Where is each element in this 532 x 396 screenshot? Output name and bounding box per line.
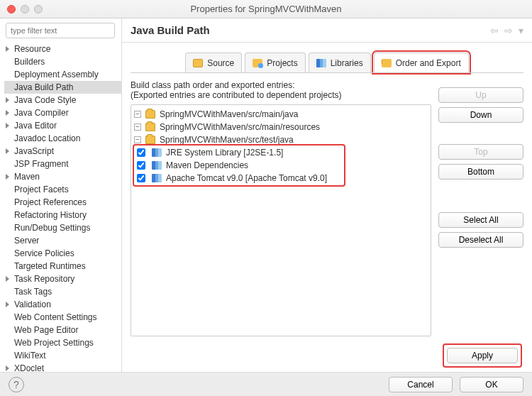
deselect-all-button[interactable]: Deselect All	[438, 232, 523, 248]
expand-icon[interactable]	[6, 46, 9, 52]
sidebar-item[interactable]: WikiText	[4, 349, 121, 362]
sidebar-item[interactable]: JavaScript	[4, 145, 121, 158]
entry-label: SpringMVCWithMaven/src/main/resources	[160, 122, 320, 132]
apply-button[interactable]: Apply	[447, 348, 518, 363]
export-checkbox[interactable]	[137, 161, 145, 170]
sidebar-item-label: Deployment Assembly	[14, 70, 99, 79]
sidebar-item[interactable]: Run/Debug Settings	[4, 221, 121, 234]
sidebar-item[interactable]: Java Code Style	[4, 94, 121, 106]
sidebar-item-label: Java Editor	[14, 121, 57, 131]
filter-input[interactable]	[6, 23, 115, 38]
sidebar-item[interactable]: Targeted Runtimes	[4, 260, 121, 273]
help-icon[interactable]: ?	[9, 377, 24, 392]
sidebar-item-label: Web Page Editor	[14, 325, 79, 335]
sidebar-item-label: Java Build Path	[14, 82, 73, 92]
sidebar-item[interactable]: Builders	[4, 55, 121, 68]
tab-label: Order and Export	[396, 58, 461, 68]
sidebar-item[interactable]: Task Tags	[4, 285, 121, 298]
export-checkbox[interactable]	[137, 148, 145, 157]
tab-label: Projects	[267, 58, 297, 68]
list-item[interactable]: Apache Tomcat v9.0 [Apache Tomcat v9.0]	[131, 172, 431, 185]
sidebar-item-label: Task Tags	[14, 287, 52, 297]
tab[interactable]: Source	[185, 53, 242, 72]
sidebar-item-label: Validation	[14, 299, 51, 309]
tab-label: Libraries	[331, 58, 363, 68]
sidebar-item-label: Maven	[14, 172, 40, 182]
list-item[interactable]: −SpringMVCWithMaven/src/main/java	[131, 108, 431, 121]
sidebar-item-label: Javadoc Location	[14, 133, 80, 143]
library-icon	[152, 174, 162, 182]
list-item[interactable]: JRE System Library [J2SE-1.5]	[131, 146, 431, 159]
entry-label: SpringMVCWithMaven/src/main/java	[160, 109, 298, 119]
collapse-icon[interactable]: −	[134, 123, 141, 131]
library-icon	[152, 148, 162, 157]
tab[interactable]: Libraries	[309, 53, 371, 72]
sidebar-item[interactable]: Service Policies	[4, 247, 121, 260]
sidebar-item[interactable]: Refactoring History	[4, 209, 121, 221]
collapse-icon[interactable]: −	[134, 111, 141, 118]
forward-icon[interactable]: ⇨	[504, 25, 513, 36]
sidebar-item-label: Task Repository	[14, 274, 74, 284]
ord-icon	[382, 59, 392, 67]
sidebar-item[interactable]: JSP Fragment	[4, 158, 121, 170]
sidebar-item[interactable]: Web Content Settings	[4, 311, 121, 324]
sidebar-item-label: Builders	[14, 57, 45, 67]
sidebar-item-label: Run/Debug Settings	[14, 223, 90, 233]
entry-label: JRE System Library [J2SE-1.5]	[166, 148, 283, 158]
expand-icon[interactable]	[6, 276, 9, 282]
tab[interactable]: Projects	[245, 53, 305, 72]
window-controls	[7, 5, 43, 13]
cancel-button[interactable]: Cancel	[389, 377, 453, 392]
list-item[interactable]: −SpringMVCWithMaven/src/test/java	[131, 133, 431, 146]
export-checkbox[interactable]	[137, 174, 145, 182]
dropdown-icon[interactable]: ▾	[519, 25, 523, 36]
footer: ? Cancel OK	[0, 372, 532, 396]
sidebar-item[interactable]: Task Repository	[4, 273, 121, 285]
sidebar-item[interactable]: Server	[4, 234, 121, 247]
sidebar-item[interactable]: Maven	[4, 170, 121, 183]
expand-icon[interactable]	[6, 110, 9, 116]
expand-icon[interactable]	[6, 365, 9, 371]
ok-button[interactable]: OK	[460, 377, 523, 392]
bottom-button[interactable]: Bottom	[438, 164, 523, 180]
list-item[interactable]: −SpringMVCWithMaven/src/main/resources	[131, 121, 431, 133]
expand-icon[interactable]	[6, 148, 9, 154]
sidebar-item[interactable]: Deployment Assembly	[4, 68, 121, 81]
sidebar-item[interactable]: Java Compiler	[4, 106, 121, 119]
header-nav-icons: ⇦ ⇨ ▾	[490, 25, 523, 36]
entry-label: Maven Dependencies	[166, 160, 248, 170]
description-line-2: (Exported entries are contributed to dep…	[131, 90, 431, 100]
entry-label: Apache Tomcat v9.0 [Apache Tomcat v9.0]	[166, 173, 327, 183]
sidebar-item[interactable]: XDoclet	[4, 362, 121, 372]
sidebar-item[interactable]: Project Facets	[4, 183, 121, 196]
entries-list[interactable]: −SpringMVCWithMaven/src/main/java−Spring…	[131, 104, 431, 336]
back-icon[interactable]: ⇦	[490, 25, 499, 36]
expand-icon[interactable]	[6, 97, 9, 103]
category-tree: ResourceBuildersDeployment AssemblyJava …	[4, 43, 121, 372]
sidebar-item[interactable]: Project References	[4, 196, 121, 209]
list-item[interactable]: Maven Dependencies	[131, 159, 431, 172]
sidebar-item[interactable]: Java Editor	[4, 119, 121, 132]
expand-icon[interactable]	[6, 123, 9, 128]
sidebar-item[interactable]: Validation	[4, 298, 121, 311]
expand-icon[interactable]	[6, 174, 9, 180]
sidebar-item[interactable]: Javadoc Location	[4, 132, 121, 145]
sidebar-item[interactable]: Web Page Editor	[4, 324, 121, 336]
sidebar-item-label: Project Facets	[14, 185, 69, 194]
sidebar-item-label: Targeted Runtimes	[14, 261, 86, 271]
sidebar-item[interactable]: Java Build Path	[4, 81, 121, 94]
sidebar-item[interactable]: Web Project Settings	[4, 336, 121, 349]
select-all-button[interactable]: Select All	[438, 212, 523, 228]
expand-icon[interactable]	[6, 302, 9, 307]
folder-icon	[145, 123, 155, 131]
close-window-icon[interactable]	[7, 5, 16, 13]
sidebar-item-label: XDoclet	[14, 363, 44, 372]
folder-icon	[145, 136, 155, 144]
titlebar: Properties for SpringMVCWithMaven	[0, 0, 532, 18]
tab[interactable]: Order and Export	[374, 53, 469, 72]
down-button[interactable]: Down	[438, 107, 523, 123]
window-title: Properties for SpringMVCWithMaven	[190, 4, 341, 14]
sidebar-item[interactable]: Resource	[4, 43, 121, 55]
sidebar-item-label: Resource	[14, 44, 50, 54]
collapse-icon[interactable]: −	[134, 136, 141, 143]
